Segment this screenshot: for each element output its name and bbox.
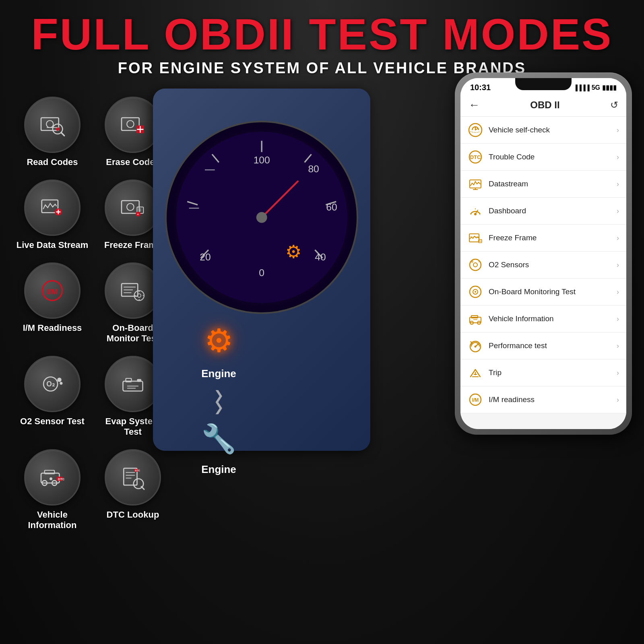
menu-item-label: On-Board Monitoring Test xyxy=(489,287,611,296)
onboard-monitor-icon xyxy=(119,277,147,305)
svg-point-95 xyxy=(473,263,477,267)
svg-point-28 xyxy=(134,291,144,301)
menu-item-performance-test[interactable]: Performance test › xyxy=(460,332,626,359)
o2-sensors-icon xyxy=(468,257,483,272)
evap-system-icon xyxy=(119,370,147,398)
list-item: O₂ O2 Sensor Test xyxy=(16,356,89,437)
menu-item-label: Freeze Frame xyxy=(489,233,611,242)
engine-label-2: Engine xyxy=(201,463,236,476)
menu-item-freeze-frame[interactable]: Freeze Frame › xyxy=(460,225,626,252)
back-button[interactable]: ← xyxy=(469,99,480,111)
vehicle-info-icon: DTC xyxy=(38,463,66,491)
svg-rect-40 xyxy=(137,379,142,382)
menu-item-vehicle-self-check[interactable]: Vehicle self-check › xyxy=(460,117,626,144)
list-item: Read Codes xyxy=(16,97,89,167)
vehicle-info-icon-circle: DTC xyxy=(24,449,80,506)
im-readiness-menu-icon: I/M xyxy=(468,392,483,407)
menu-item-datastream[interactable]: Datastream › xyxy=(460,171,626,198)
list-item: DTC Vehicle Information xyxy=(16,449,89,530)
menu-item-label: I/M readiness xyxy=(489,395,611,404)
menu-item-dashboard[interactable]: Dashboard › xyxy=(460,198,626,225)
page-header: FULL OBDII TEST MODES FOR ENGINE SYSTEM … xyxy=(0,12,644,77)
svg-point-7 xyxy=(127,121,134,128)
trouble-code-icon: DTC xyxy=(468,149,483,165)
onboard-monitor-icon-circle xyxy=(105,262,161,319)
phone-device: 10:31 ▐▐▐▐ 5G ▮▮▮▮ ← OBD II ↺ xyxy=(455,72,632,435)
svg-point-100 xyxy=(475,291,476,293)
im-readiness-icon: I/M xyxy=(38,277,66,305)
chevron-right-icon: › xyxy=(617,207,619,215)
menu-item-trip[interactable]: Trip › xyxy=(460,359,626,386)
svg-text:DTC: DTC xyxy=(470,154,481,160)
freeze-frame-icon: ≡ xyxy=(119,194,147,222)
menu-item-trouble-code[interactable]: DTC Trouble Code › xyxy=(460,144,626,171)
menu-item-label: Vehicle Information xyxy=(489,314,611,323)
svg-point-37 xyxy=(60,382,62,385)
list-item: I/M I/M Readiness xyxy=(16,262,89,344)
menu-item-onboard-monitoring[interactable]: On-Board Monitoring Test › xyxy=(460,279,626,305)
svg-text:DTC: DTC xyxy=(58,477,64,481)
phone-screen: 10:31 ▐▐▐▐ 5G ▮▮▮▮ ← OBD II ↺ xyxy=(460,78,626,429)
live-data-label: Live Data Stream xyxy=(17,240,89,250)
menu-item-label: O2 Sensors xyxy=(489,260,611,269)
svg-text:≡: ≡ xyxy=(137,213,139,216)
o2-sensor-icon: O₂ xyxy=(38,370,66,398)
status-icons: ▐▐▐▐ 5G ▮▮▮▮ xyxy=(574,84,617,91)
svg-point-75 xyxy=(256,212,267,223)
svg-text:60: 60 xyxy=(326,202,337,213)
o2-sensor-label: O2 Sensor Test xyxy=(20,416,85,427)
svg-text:0: 0 xyxy=(259,267,264,278)
svg-point-49 xyxy=(50,477,52,480)
chevron-right-icon: › xyxy=(617,369,619,377)
menu-list: Vehicle self-check › DTC Trouble Code › xyxy=(460,117,626,429)
dtc-lookup-icon: DTC xyxy=(119,463,147,491)
svg-point-3 xyxy=(46,121,54,128)
engine-warning-icon: ⚙ xyxy=(204,322,233,359)
svg-rect-15 xyxy=(122,201,139,214)
dtc-lookup-icon-circle: DTC xyxy=(105,449,161,506)
features-grid: Read Codes Erase Codes Live Data S xyxy=(16,97,169,530)
read-codes-icon-circle xyxy=(24,97,80,153)
chevron-down-icon: ❯ ❯ xyxy=(214,388,224,414)
svg-line-2 xyxy=(61,132,64,136)
evap-system-icon-circle xyxy=(105,356,161,412)
chevron-right-icon: › xyxy=(617,315,619,323)
o2-sensor-icon-circle: O₂ xyxy=(24,356,80,412)
svg-point-108 xyxy=(475,346,477,348)
dashboard-icon xyxy=(468,203,483,219)
engine-icon-white: 🔧 xyxy=(201,422,236,455)
chevron-right-icon: › xyxy=(617,261,619,269)
live-data-icon xyxy=(38,194,66,222)
svg-text:40: 40 xyxy=(315,251,326,262)
chevron-right-icon: › xyxy=(617,396,619,404)
phone-area: 100 80 60 40 — — 20 0 ⚙ ⚙ Engine ❯ ❯ xyxy=(153,72,632,632)
menu-item-im-readiness[interactable]: I/M I/M readiness › xyxy=(460,386,626,413)
freeze-frame-icon-circle: ≡ xyxy=(105,180,161,236)
freeze-frame-menu-icon xyxy=(468,230,483,246)
svg-text:I/M: I/M xyxy=(47,287,58,296)
svg-point-16 xyxy=(127,204,134,211)
erase-codes-icon-circle xyxy=(105,97,161,153)
device-book-case: 100 80 60 40 — — 20 0 ⚙ ⚙ Engine ❯ ❯ xyxy=(153,89,370,451)
menu-item-o2-sensors[interactable]: O2 Sensors › xyxy=(460,252,626,279)
chevron-right-icon: › xyxy=(617,153,619,161)
menu-item-label: Trouble Code xyxy=(489,153,611,161)
erase-codes-label: Erase Codes xyxy=(106,157,159,167)
svg-text:—: — xyxy=(205,163,215,174)
network-type-label: 5G xyxy=(592,84,600,91)
onboard-monitoring-icon xyxy=(468,284,483,299)
main-title: FULL OBDII TEST MODES xyxy=(0,12,644,56)
svg-text:20: 20 xyxy=(200,251,211,262)
svg-text:80: 80 xyxy=(308,163,319,174)
read-codes-label: Read Codes xyxy=(27,157,78,167)
battery-icon: ▮▮▮▮ xyxy=(602,84,617,91)
svg-text:⚙: ⚙ xyxy=(285,242,301,262)
menu-item-vehicle-information[interactable]: Vehicle Information › xyxy=(460,305,626,332)
refresh-button[interactable]: ↺ xyxy=(610,99,618,111)
app-title: OBD II xyxy=(530,99,559,111)
svg-text:—: — xyxy=(189,202,199,213)
vehicle-self-check-icon xyxy=(468,122,483,138)
datastream-icon xyxy=(468,176,483,192)
read-codes-icon xyxy=(38,111,66,139)
svg-text:DTC: DTC xyxy=(135,469,140,472)
